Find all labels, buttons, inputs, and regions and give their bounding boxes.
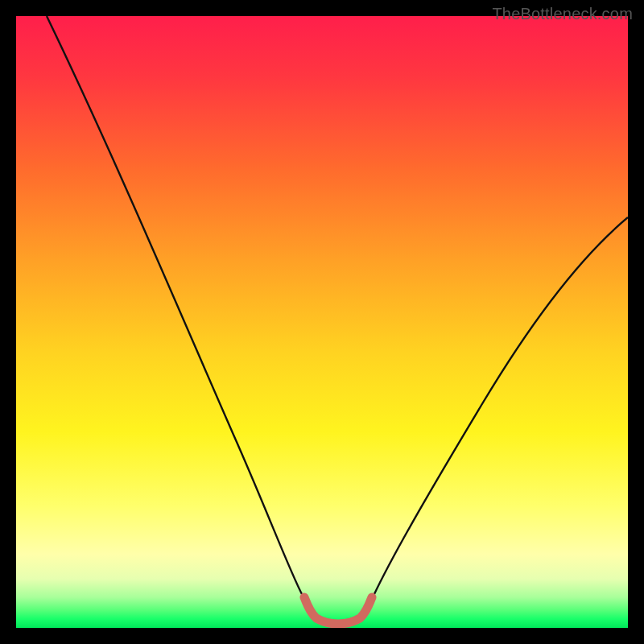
plot-area	[16, 16, 628, 628]
optimal-range-highlight	[304, 597, 372, 624]
curve-layer	[16, 16, 628, 628]
attribution-label: TheBottleneck.com	[492, 5, 633, 23]
bottleneck-curve	[47, 16, 628, 622]
chart-container: TheBottleneck.com	[0, 0, 644, 644]
